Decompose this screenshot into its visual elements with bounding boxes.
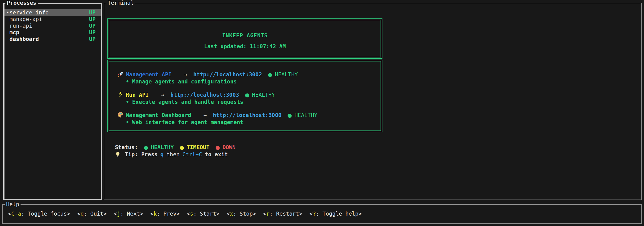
timeout-dot-icon: ●: [180, 143, 184, 151]
process-name: run-api: [10, 23, 32, 29]
status-legend-label: Status:: [115, 144, 138, 150]
process-status-badge: UP: [89, 16, 96, 23]
service-management-dashboard: Management Dashboard→http://localhost:30…: [117, 112, 380, 126]
lightbulb-icon: [115, 151, 122, 159]
process-row-run-api[interactable]: run-api UP: [4, 23, 101, 29]
process-status-badge: UP: [89, 36, 96, 42]
process-status-badge: UP: [89, 23, 96, 29]
agents-title: INKEEP AGENTS: [109, 20, 380, 39]
help-panel-title: Help: [5, 201, 20, 207]
legend-healthy: ●HEALTHY: [144, 144, 174, 150]
process-row-service-info[interactable]: •service-info UP: [4, 9, 101, 16]
process-name: manage-api: [10, 16, 42, 22]
service-name: Management API: [126, 71, 172, 78]
tip-middle: then: [166, 151, 180, 157]
services-box: Management API→http://localhost:3002●HEA…: [108, 60, 382, 132]
healthy-dot-icon: ●: [144, 143, 148, 151]
service-health-status: HEALTHY: [252, 92, 275, 98]
status-legend: Status:●HEALTHY●TIMEOUT●DOWN: [115, 144, 236, 151]
processes-panel-title: Processes: [6, 0, 38, 6]
last-updated-text: Last updated: 11:07:42 AM: [109, 43, 380, 50]
process-row-manage-api[interactable]: manage-api UP: [4, 16, 101, 23]
bullet-icon: •: [126, 79, 129, 85]
zap-icon: [117, 91, 126, 99]
processes-panel: Processes •service-info UP manage-api UP…: [3, 3, 102, 200]
service-description: Execute agents and handle requests: [132, 99, 244, 105]
palette-icon: [117, 112, 126, 120]
terminal-panel: Terminal INKEEP AGENTS Last updated: 11:…: [104, 3, 642, 200]
down-dot-icon: ●: [216, 143, 220, 151]
health-dot-icon: ●: [245, 91, 249, 99]
app-root: { "colors": { "background": "#181818", "…: [0, 0, 644, 226]
rocket-icon: [117, 71, 126, 79]
arrow-icon: →: [204, 112, 207, 118]
bullet-icon: •: [126, 119, 129, 125]
service-url[interactable]: http://localhost:3000: [213, 112, 282, 118]
terminal-footer: Status:●HEALTHY●TIMEOUT●DOWN Tip: Pressq…: [115, 144, 236, 158]
process-status-badge: UP: [89, 9, 96, 16]
service-name: Run API: [126, 92, 149, 98]
process-name: mcp: [10, 29, 19, 36]
help-item-next: <j: Next>: [114, 211, 143, 217]
help-panel: Help <C-a: Toggle focus><q: Quit><j: Nex…: [2, 204, 642, 224]
service-health-status: HEALTHY: [275, 71, 298, 78]
help-item-quit: <q: Quit>: [77, 211, 107, 217]
legend-timeout: ●TIMEOUT: [180, 144, 210, 150]
process-status-badge: UP: [89, 29, 96, 36]
service-management-api: Management API→http://localhost:3002●HEA…: [117, 71, 380, 85]
arrow-icon: →: [161, 92, 164, 98]
help-item-toggle-help: <?: Toggle help>: [310, 211, 362, 217]
selected-indicator: •: [6, 9, 10, 16]
process-row-mcp[interactable]: mcp UP: [4, 29, 101, 36]
bullet-icon: •: [126, 99, 129, 105]
arrow-icon: →: [184, 71, 187, 78]
tip-line: Tip: PressqthenCtrl+Cto exit: [115, 151, 236, 158]
process-list: •service-info UP manage-api UP run-api U…: [4, 4, 101, 42]
help-item-stop: <x: Stop>: [227, 211, 256, 217]
help-item-prev: <k: Prev>: [150, 211, 180, 217]
service-name: Management Dashboard: [126, 112, 191, 118]
service-url[interactable]: http://localhost:3002: [193, 71, 262, 78]
help-shortcuts: <C-a: Toggle focus><q: Quit><j: Next><k:…: [3, 205, 641, 217]
health-dot-icon: ●: [288, 111, 292, 119]
service-health-status: HEALTHY: [294, 112, 317, 118]
process-row-dashboard[interactable]: dashboard UP: [4, 36, 101, 42]
service-description: Web interface for agent management: [132, 119, 244, 125]
tip-key-q: q: [160, 151, 164, 157]
service-url[interactable]: http://localhost:3003: [170, 92, 239, 98]
tip-key-ctrl-c: Ctrl+C: [182, 151, 202, 157]
tip-prefix: Tip: Press: [125, 151, 158, 157]
process-name: service-info: [10, 10, 49, 16]
service-run-api: Run API→http://localhost:3003●HEALTHY •E…: [117, 91, 380, 105]
help-item-toggle-focus: <C-a: Toggle focus>: [8, 211, 70, 217]
process-name: dashboard: [10, 36, 39, 42]
legend-down: ●DOWN: [216, 144, 236, 150]
tip-suffix: to exit: [205, 151, 228, 157]
service-description: Manage agents and configurations: [132, 79, 237, 85]
health-dot-icon: ●: [268, 71, 272, 79]
agents-header-box: INKEEP AGENTS Last updated: 11:07:42 AM: [108, 19, 382, 59]
terminal-panel-title: Terminal: [106, 0, 135, 6]
help-item-restart: <r: Restart>: [263, 211, 302, 217]
help-item-start: <s: Start>: [187, 211, 220, 217]
